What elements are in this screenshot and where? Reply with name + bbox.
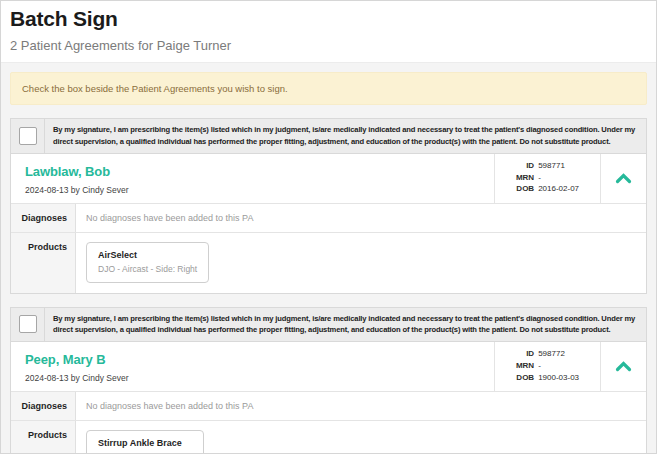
sign-checkbox[interactable] — [19, 127, 37, 145]
content-area: Check the box beside the Patient Agreeme… — [1, 62, 656, 453]
patient-row: Peep, Mary B 2024-08-13 by Cindy Sever I… — [11, 342, 646, 392]
products-content: Stirrup Ankle Brace DJO - Aircast - Side… — [76, 421, 646, 453]
mrn-value: - — [538, 361, 579, 372]
agreement-created-by: 2024-08-13 by Cindy Sever — [25, 373, 486, 383]
products-row: Products Stirrup Ankle Brace DJO - Airca… — [11, 421, 646, 453]
agreement-card-header: By my signature, I am prescribing the it… — [11, 119, 646, 154]
patient-name-link[interactable]: Lawblaw, Bob — [25, 164, 110, 179]
diagnoses-content: No diagnoses have been added to this PA — [76, 204, 646, 232]
signature-disclaimer: By my signature, I am prescribing the it… — [45, 308, 646, 342]
chevron-up-icon — [615, 361, 632, 372]
patient-identifiers: ID 598771 MRN - DOB 2016-02-07 — [494, 154, 600, 203]
no-diagnoses-message: No diagnoses have been added to this PA — [86, 400, 253, 411]
mrn-value: - — [538, 173, 579, 184]
collapse-toggle[interactable] — [600, 342, 646, 391]
products-label: Products — [11, 233, 76, 293]
instruction-alert: Check the box beside the Patient Agreeme… — [10, 72, 647, 105]
products-label: Products — [11, 421, 76, 453]
diagnoses-label: Diagnoses — [11, 204, 76, 232]
id-label: ID — [516, 161, 534, 172]
sign-checkbox[interactable] — [19, 315, 37, 333]
id-value: 598772 — [538, 349, 579, 360]
id-value: 598771 — [538, 161, 579, 172]
agreement-card-header: By my signature, I am prescribing the it… — [11, 308, 646, 343]
mrn-label: MRN — [516, 361, 534, 372]
dob-label: DOB — [516, 184, 534, 195]
chevron-up-icon — [615, 173, 632, 184]
patient-row: Lawblaw, Bob 2024-08-13 by Cindy Sever I… — [11, 154, 646, 204]
collapse-toggle[interactable] — [600, 154, 646, 203]
patient-info: Peep, Mary B 2024-08-13 by Cindy Sever — [11, 342, 494, 391]
diagnoses-row: Diagnoses No diagnoses have been added t… — [11, 392, 646, 421]
sign-checkbox-cell — [11, 308, 45, 342]
patient-name-link[interactable]: Peep, Mary B — [25, 352, 105, 367]
agreement-created-by: 2024-08-13 by Cindy Sever — [25, 185, 486, 195]
agreement-card: By my signature, I am prescribing the it… — [10, 307, 647, 453]
product-name: Stirrup Ankle Brace — [98, 438, 192, 448]
dob-value: 2016-02-07 — [538, 184, 579, 195]
patient-identifiers: ID 598772 MRN - DOB 1900-03-03 — [494, 342, 600, 391]
dob-value: 1900-03-03 — [538, 373, 579, 384]
sign-checkbox-cell — [11, 119, 45, 153]
products-content: AirSelect DJO - Aircast - Side: Right — [76, 233, 646, 293]
product-name: AirSelect — [98, 250, 197, 260]
batch-sign-page: Batch Sign 2 Patient Agreements for Paig… — [0, 0, 657, 454]
agreement-card: By my signature, I am prescribing the it… — [10, 118, 647, 294]
page-title: Batch Sign — [10, 7, 646, 31]
id-label: ID — [516, 349, 534, 360]
page-subtitle: 2 Patient Agreements for Paige Turner — [10, 38, 646, 53]
products-row: Products AirSelect DJO - Aircast - Side:… — [11, 233, 646, 293]
diagnoses-row: Diagnoses No diagnoses have been added t… — [11, 204, 646, 233]
product-details: DJO - Aircast - Side: Right — [98, 264, 197, 274]
dob-label: DOB — [516, 373, 534, 384]
diagnoses-content: No diagnoses have been added to this PA — [76, 392, 646, 420]
diagnoses-label: Diagnoses — [11, 392, 76, 420]
signature-disclaimer: By my signature, I am prescribing the it… — [45, 119, 646, 153]
product-card: Stirrup Ankle Brace DJO - Aircast - Side… — [86, 430, 204, 453]
mrn-label: MRN — [516, 173, 534, 184]
product-details: DJO - Aircast - Side: Left — [98, 452, 192, 453]
no-diagnoses-message: No diagnoses have been added to this PA — [86, 212, 253, 223]
product-card: AirSelect DJO - Aircast - Side: Right — [86, 242, 209, 283]
patient-info: Lawblaw, Bob 2024-08-13 by Cindy Sever — [11, 154, 494, 203]
page-header: Batch Sign 2 Patient Agreements for Paig… — [1, 1, 656, 62]
